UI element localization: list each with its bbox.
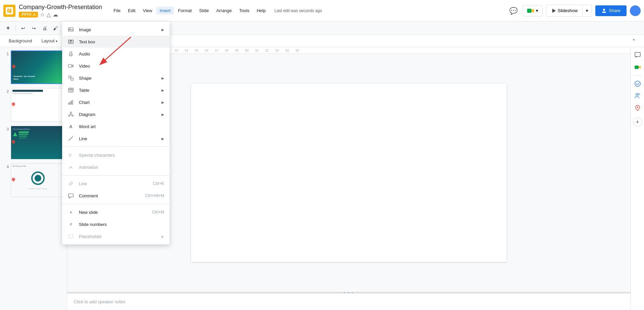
slide-3-pin [12,140,15,145]
svg-rect-4 [527,9,532,13]
menu-item-word-art[interactable]: A Word art [62,120,170,132]
redo-btn[interactable]: ↪ [29,24,39,33]
speaker-notes[interactable]: Click to add speaker notes [67,293,631,310]
slide-thumb-4[interactable]: 4 Our Focus on You [1,163,65,198]
svg-line-42 [69,137,73,141]
svg-marker-26 [72,65,73,67]
menu-item-placeholder: Placeholder ▶ [62,230,170,242]
svg-marker-6 [552,9,556,13]
svg-text:Ω: Ω [69,153,72,157]
doc-title[interactable]: Company-Growth-Presentation [19,4,102,11]
menu-slide[interactable]: Slide [196,7,212,14]
slides-panel: 1 Townhall : Our GrowthStory 2 [0,47,67,310]
menu-item-chart[interactable]: Chart ▶ [62,96,170,108]
menu-item-table[interactable]: Table ▶ [62,84,170,96]
svg-point-14 [637,107,638,108]
menu-view[interactable]: View [139,7,155,14]
audio-icon [67,50,74,57]
collapse-panel-btn[interactable]: ⌃ [629,36,639,46]
link-icon [67,180,74,187]
svg-line-40 [69,114,71,115]
textbox-icon [67,38,74,45]
table-icon [67,87,74,93]
slide-thumb-2[interactable]: 2 [1,87,65,122]
cloud-icon[interactable]: ☁ [53,11,58,18]
menu-item-text-box[interactable]: Text box [62,36,170,48]
wordart-label: Word art [79,124,164,129]
menu-item-video[interactable]: Video [62,60,170,72]
slide-thumb-1[interactable]: 1 Townhall : Our GrowthStory [1,50,65,85]
svg-rect-1 [8,9,11,10]
menu-format[interactable]: Format [175,7,195,14]
top-bar-right: 💬 ▾ Slideshow ▾ Share [507,5,641,17]
textbox-label: Text box [79,39,164,44]
menu-tools[interactable]: Tools [236,7,252,14]
top-bar: Company-Growth-Presentation .PPTX ⚠ ☆ △ … [0,0,644,22]
svg-point-27 [69,76,71,78]
menu-item-audio[interactable]: Audio [62,48,170,60]
right-icon-people[interactable] [632,90,643,101]
menu-item-line[interactable]: Line ▶ [62,132,170,145]
right-icon-chat[interactable] [632,50,643,61]
user-avatar[interactable] [630,5,641,16]
right-icon-meet[interactable] [632,62,643,73]
svg-rect-35 [72,101,73,104]
separator-1 [62,147,170,147]
autosave-text: Last edit was seconds ago [274,8,322,13]
right-icon-maps[interactable] [632,103,643,113]
meet-button[interactable]: ▾ [523,5,543,16]
special-chars-icon: Ω [67,152,74,158]
drive-icon[interactable]: △ [47,11,51,18]
comment-icon-btn[interactable]: 💬 [507,5,519,17]
diagram-arrow: ▶ [162,113,164,116]
menu-item-shape[interactable]: Shape ▶ [62,72,170,84]
chart-arrow: ▶ [162,101,164,104]
app-logo[interactable] [3,5,15,17]
svg-rect-46 [69,235,73,238]
paint-format-btn[interactable]: 🖌 [51,24,60,33]
print-btn[interactable]: 🖨 [40,24,49,33]
menu-item-diagram[interactable]: Diagram ▶ [62,108,170,120]
svg-rect-45 [68,194,73,197]
insert-menu: Image ▶ Text box Audio Video Shape ▶ [62,22,170,244]
svg-marker-10 [639,66,641,69]
share-icon [601,8,607,13]
slide-numbers-label: Slide numbers [79,222,164,227]
slide-thumb-3[interactable]: 3 Our Growing Initiatives [1,125,65,160]
svg-point-13 [638,93,640,95]
slide-preview-1: Townhall : Our GrowthStory [11,50,65,84]
menu-help[interactable]: Help [254,7,269,14]
new-slide-shortcut: Ctrl+M [152,210,164,215]
menu-edit[interactable]: Edit [125,7,139,14]
menu-item-new-slide[interactable]: + New slide Ctrl+M [62,206,170,218]
undo-btn[interactable]: ↩ [18,24,28,33]
menu-arrange[interactable]: Arrange [213,7,235,14]
line-arrow: ▶ [162,137,164,141]
slide-1-text: Townhall : Our GrowthStory [13,75,35,81]
menu-bar: File Edit View Insert Format Slide Arran… [110,7,269,14]
add-btn[interactable]: + [3,24,13,33]
slideshow-dropdown-btn[interactable]: ▾ [583,5,592,17]
menu-file[interactable]: File [110,7,124,14]
menu-item-slide-numbers[interactable]: # Slide numbers [62,218,170,230]
menu-insert[interactable]: Insert [156,7,174,14]
background-btn[interactable]: Background [5,37,35,45]
right-add-btn[interactable]: + [633,117,642,127]
comment-menu-label: Comment [79,193,145,198]
shape-label: Shape [79,76,162,81]
layout-btn[interactable]: Layout ▾ [38,37,61,45]
svg-rect-15 [68,28,73,31]
right-icon-tasks[interactable] [632,78,643,89]
animation-icon [67,164,74,170]
share-button[interactable]: Share [595,5,627,16]
image-icon [67,26,74,33]
menu-item-image[interactable]: Image ▶ [62,24,170,36]
slideshow-button[interactable]: Slideshow [546,5,583,17]
svg-rect-38 [72,115,73,116]
menu-item-comment[interactable]: Comment Ctrl+Alt+M [62,190,170,202]
star-icon[interactable]: ☆ [40,11,45,18]
animation-label: Animation [79,165,164,170]
image-arrow: ▶ [162,28,164,32]
slideshow-btn-group: Slideshow ▾ [546,5,592,17]
placeholder-label: Placeholder [79,234,162,239]
